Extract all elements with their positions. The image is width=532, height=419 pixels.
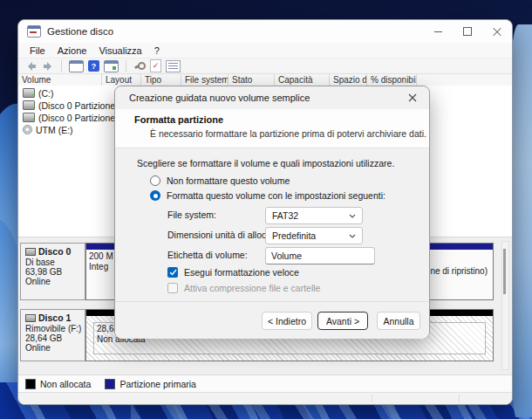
drive-icon (23, 88, 35, 98)
column-header-filesystem[interactable]: File system (181, 74, 228, 86)
disk1-label-box[interactable]: Disco 1 Rimovibile (F:) 28,64 GB Online (20, 309, 85, 361)
next-button[interactable]: Avanti > (317, 312, 368, 330)
column-header-capacita[interactable]: Capacità (275, 74, 330, 86)
dialog-titlebar[interactable]: Creazione guidata nuovo volume semplice (115, 86, 429, 109)
dialog-button-bar: < Indietro Avanti > Annulla (115, 301, 429, 339)
maximize-button[interactable] (453, 21, 482, 42)
quick-format-checkbox-row[interactable]: Esegui formattazione veloce (167, 267, 299, 278)
filesystem-value: FAT32 (272, 210, 298, 221)
volume-row-partition1[interactable]: (Disco 0 Partizione... (23, 100, 123, 111)
pane-scrollbar[interactable] (501, 241, 509, 370)
checkbox-disabled-icon (167, 283, 178, 293)
disk1-name-row: Disco 1 (25, 313, 85, 323)
cancel-button[interactable]: Annulla (377, 312, 420, 330)
menu-help[interactable]: ? (148, 45, 166, 56)
disk1-name: Disco 1 (38, 313, 71, 323)
disk-management-app-icon (27, 25, 41, 38)
chevron-down-icon (349, 234, 356, 238)
volume-label: (C:) (38, 88, 54, 99)
scrollbar-thumb[interactable] (503, 249, 506, 294)
radio-on-icon[interactable] (150, 190, 160, 201)
volume-row-c[interactable]: (C:) (23, 87, 54, 99)
legend-label: Non allocata (40, 379, 91, 389)
radio-no-format[interactable]: Non formattare questo volume (150, 175, 290, 186)
column-header-disponibile[interactable]: % disponibile (367, 74, 417, 86)
minimize-button[interactable] (423, 21, 453, 42)
window-title: Gestione disco (47, 26, 113, 37)
window-titlebar[interactable]: Gestione disco (18, 20, 512, 44)
column-header-stato[interactable]: Stato (228, 74, 275, 86)
volume-label-input[interactable] (265, 247, 375, 264)
menu-visualizza[interactable]: Visualizza (92, 45, 147, 56)
filesystem-label: File system: (167, 210, 216, 220)
allocation-unit-select[interactable]: Predefinita (265, 227, 363, 244)
back-button[interactable]: < Indietro (262, 312, 312, 330)
properties-icon[interactable] (166, 60, 181, 72)
disc-icon (23, 125, 32, 134)
quick-format-label: Esegui formattazione veloce (184, 267, 299, 278)
console-window-icon[interactable] (104, 60, 119, 72)
close-icon (408, 93, 417, 102)
radio-no-format-label: Non formattare questo volume (167, 175, 290, 186)
column-header-volume[interactable]: Volume (18, 74, 102, 86)
compression-checkbox-row: Attiva compressione file e cartelle (167, 283, 320, 293)
checklist-icon[interactable]: ✓ (150, 59, 161, 72)
legend-swatch-unallocated (25, 379, 36, 389)
volume-label: (Disco 0 Partizione... (38, 100, 123, 111)
compression-label: Attiva compressione file e cartelle (184, 283, 320, 293)
menu-file[interactable]: File (24, 45, 51, 56)
disk0-label-box[interactable]: Disco 0 Di base 63,98 GB Online (20, 243, 85, 300)
back-arrow-icon[interactable] (25, 60, 38, 72)
drive-icon (23, 100, 35, 110)
legend-unallocated: Non allocata (25, 379, 91, 389)
column-header-spacer (417, 74, 512, 86)
close-icon (493, 27, 501, 36)
volume-row-utm[interactable]: UTM (E:) (23, 124, 73, 135)
menu-azione[interactable]: Azione (51, 45, 93, 56)
legend-swatch-primary (105, 379, 115, 389)
partition-text: 200 M Integ (89, 251, 113, 272)
column-header-layout[interactable]: Layout (102, 74, 141, 86)
dialog-heading: Formatta partizione (134, 114, 223, 125)
disk0-status: Online (25, 277, 85, 286)
dialog-title: Creazione guidata nuovo volume semplice (129, 93, 396, 103)
forward-arrow-icon[interactable] (42, 60, 54, 72)
radio-off-icon[interactable] (150, 175, 160, 186)
status-bar (18, 392, 512, 404)
disk-management-window: Gestione disco File Azione Visualizza ? … (17, 19, 513, 405)
wrench-icon[interactable] (133, 60, 146, 72)
help-icon[interactable]: ? (88, 60, 99, 72)
legend-label: Partizione primaria (119, 379, 196, 389)
toolbar-separator (61, 60, 62, 72)
disk0-name-row: Disco 0 (25, 246, 85, 257)
disk1-status: Online (25, 343, 85, 353)
disk0-type: Di base (25, 258, 85, 267)
column-header-spazio[interactable]: Spazio d... (330, 74, 367, 86)
close-button[interactable] (482, 21, 512, 42)
volume-label-label: Etichetta di volume: (167, 250, 248, 260)
disk-icon (25, 314, 36, 322)
volume-label: (Disco 0 Partizione... (38, 113, 123, 123)
menu-bar: File Azione Visualizza ? (18, 43, 512, 58)
checkbox-checked-icon[interactable] (167, 267, 178, 278)
partition-text: one di ripristino) (426, 266, 488, 277)
filesystem-select[interactable]: FAT32 (265, 207, 363, 224)
maximize-icon (463, 27, 472, 36)
drive-icon (23, 113, 35, 122)
radio-format[interactable]: Formatta questo volume con le impostazio… (150, 190, 385, 201)
chevron-down-icon (349, 214, 356, 218)
minimize-icon (434, 31, 442, 32)
console-tree-icon[interactable] (69, 60, 84, 72)
disk1-size: 28,64 GB (25, 333, 85, 343)
disk1-type: Rimovibile (F:) (25, 324, 85, 333)
dialog-close-button[interactable] (396, 86, 429, 109)
column-header-tipo[interactable]: Tipo (141, 74, 181, 86)
statusbar-separator (459, 395, 460, 402)
statusbar-separator (372, 395, 372, 402)
toolbar-separator (126, 60, 126, 72)
volume-row-partition2[interactable]: (Disco 0 Partizione... (23, 112, 123, 123)
radio-format-label: Formatta questo volume con le impostazio… (167, 190, 385, 201)
disk0-name: Disco 0 (38, 246, 71, 257)
volume-label: UTM (E:) (36, 125, 73, 135)
toolbar: ? ✓ (18, 58, 512, 74)
